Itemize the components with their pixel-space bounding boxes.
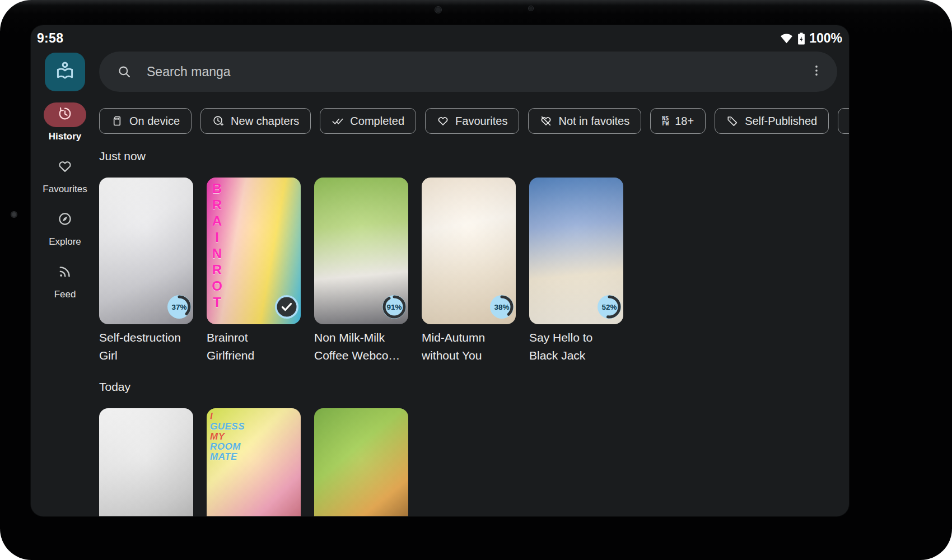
battery-charging-icon — [797, 32, 805, 45]
main-content: Search manga On device New chapters Comp… — [99, 52, 849, 516]
sidebar-item-feed[interactable]: Feed — [44, 260, 86, 300]
manga-card[interactable]: 52% Say Hello toBlack Jack — [529, 178, 623, 365]
app-screen: 9:58 100% — [31, 25, 849, 516]
history-section: Just now 37% Self-destructionGirl BRAINR… — [99, 150, 849, 365]
card-row: 37% Self-destructionGirl BRAINROT Brainr… — [99, 178, 849, 365]
manga-title: Say Hello toBlack Jack — [529, 329, 623, 365]
history-list: Just now 37% Self-destructionGirl BRAINR… — [99, 150, 849, 516]
manga-card[interactable] — [99, 408, 193, 516]
heart-icon — [437, 115, 449, 127]
filter-chip-on-device[interactable]: On device — [99, 108, 192, 134]
chip-label: Not in favoites — [558, 115, 629, 128]
sd-card-icon — [111, 115, 123, 127]
search-placeholder: Search manga — [147, 64, 808, 80]
manga-cover[interactable]: IGUESSMYROOMMATE — [207, 408, 301, 516]
chip-label: 18+ — [675, 115, 694, 128]
double-check-icon — [332, 115, 344, 127]
wifi-icon — [780, 31, 794, 45]
filter-chip-clipped-chip[interactable] — [838, 108, 849, 134]
manga-card[interactable]: BRAINROT BrainrotGirlfriend — [207, 178, 301, 365]
filter-chip-not-in-favoites[interactable]: Not in favoites — [528, 108, 641, 134]
manga-cover[interactable] — [99, 408, 193, 516]
manga-title: Mid-Autumnwithout You — [422, 329, 516, 365]
progress-badge: 91% — [382, 295, 406, 319]
manga-card[interactable] — [314, 408, 408, 516]
sidebar-item-label: Feed — [54, 289, 76, 300]
sidebar-item-label: Favourites — [43, 184, 87, 195]
chip-label: New chapters — [231, 115, 299, 128]
manga-title: Self-destructionGirl — [99, 329, 193, 365]
manga-card[interactable]: IGUESSMYROOMMATE — [207, 408, 301, 516]
kebab-menu-icon[interactable] — [808, 63, 825, 80]
section-title: Just now — [99, 150, 849, 163]
heart-icon — [57, 158, 73, 176]
heart-off-icon — [540, 115, 552, 127]
compass-icon — [57, 211, 73, 229]
manga-card[interactable]: 38% Mid-Autumnwithout You — [422, 178, 516, 365]
manga-cover[interactable]: 52% — [529, 178, 623, 324]
app-logo-button[interactable] — [45, 53, 85, 91]
manga-title: BrainrotGirlfriend — [207, 329, 301, 365]
manga-cover[interactable]: 38% — [422, 178, 516, 324]
history-icon — [57, 106, 73, 124]
filter-chip-completed[interactable]: Completed — [320, 108, 416, 134]
filter-chip-favourites[interactable]: Favourites — [425, 108, 519, 134]
navigation-rail: History Favourites Explore Feed — [31, 52, 99, 516]
chip-label: On device — [129, 115, 180, 128]
manga-card[interactable]: 91% Non Milk-MilkCoffee Webco… — [314, 178, 408, 365]
progress-badge: 37% — [167, 295, 191, 319]
manga-cover[interactable]: 37% — [99, 178, 193, 324]
history-section: Today IGUESSMYROOMMATE — [99, 380, 849, 516]
card-row: IGUESSMYROOMMATE — [99, 408, 849, 516]
manga-cover[interactable] — [314, 408, 408, 516]
rss-icon — [57, 264, 73, 282]
cover-art-text: IGUESSMYROOMMATE — [210, 412, 245, 462]
sidebar-item-label: History — [49, 131, 82, 142]
manga-title: Non Milk-MilkCoffee Webco… — [314, 329, 408, 365]
search-input[interactable]: Search manga — [99, 52, 837, 92]
status-bar: 9:58 100% — [31, 25, 849, 52]
nsfw-icon: NSFW — [662, 116, 669, 126]
manga-card[interactable]: 37% Self-destructionGirl — [99, 178, 193, 365]
sidebar-item-favourites[interactable]: Favourites — [43, 155, 87, 195]
cover-art-text: BRAINROT — [210, 181, 223, 311]
chip-label: Completed — [350, 115, 404, 128]
sidebar-item-explore[interactable]: Explore — [44, 208, 86, 248]
progress-badge: 38% — [490, 295, 514, 319]
section-title: Today — [99, 380, 849, 394]
manga-cover[interactable]: 91% — [314, 178, 408, 324]
completed-badge — [275, 295, 298, 319]
manga-cover[interactable]: BRAINROT — [207, 178, 301, 324]
camera-dot — [435, 7, 441, 13]
camera-dot — [529, 6, 533, 11]
sidebar-item-history[interactable]: History — [44, 102, 86, 142]
mihon-book-logo-icon — [53, 59, 77, 85]
sidebar-item-label: Explore — [49, 236, 81, 248]
status-time: 9:58 — [37, 31, 63, 46]
chip-label: Favourites — [455, 115, 507, 128]
progress-badge: 52% — [598, 295, 621, 319]
tablet-frame: 9:58 100% — [0, 0, 952, 560]
battery-percent: 100% — [809, 31, 842, 46]
clock-plus-icon — [212, 115, 225, 127]
filter-chip-self-published[interactable]: Self-Published — [715, 108, 829, 134]
search-icon — [117, 64, 132, 79]
sidebar-nav: History Favourites Explore Feed — [31, 102, 99, 300]
side-camera-dot — [11, 212, 17, 217]
filter-chip-new-chapters[interactable]: New chapters — [200, 108, 311, 134]
chip-label: Self-Published — [745, 115, 817, 128]
filter-chips-row: On device New chapters Completed Favouri… — [99, 108, 849, 134]
filter-chip-nsfw-18plus[interactable]: NSFW 18+ — [650, 108, 706, 134]
tag-icon — [726, 115, 739, 127]
